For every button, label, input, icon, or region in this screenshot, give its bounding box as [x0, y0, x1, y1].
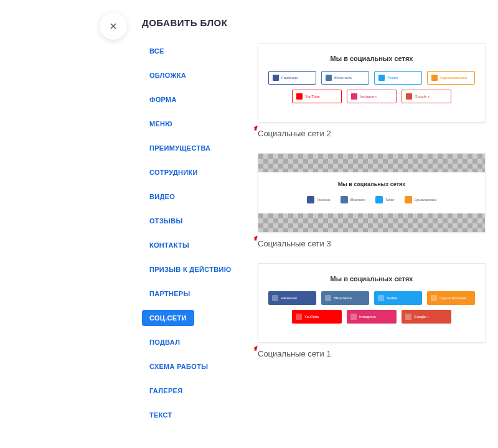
sidebar-item-form[interactable]: ФОРМА — [142, 91, 254, 108]
youtube-icon — [296, 93, 303, 100]
ok-icon — [431, 295, 437, 301]
sidebar-item-partners[interactable]: ПАРТНЕРЫ — [142, 286, 254, 302]
block-preview: Мы в социальных сетях Facebook ВКонтакте… — [258, 263, 486, 343]
sidebar-item-contacts[interactable]: КОНТАКТЫ — [142, 237, 254, 253]
sidebar-item-footer[interactable]: ПОДВАЛ — [142, 334, 254, 350]
sidebar-item-cover[interactable]: ОБЛОЖКА — [142, 67, 254, 83]
vk-icon — [341, 196, 348, 203]
close-button[interactable] — [100, 12, 127, 40]
sidebar-item-text[interactable]: ТЕКСТ — [142, 407, 254, 423]
social-button-vk: ВКонтакте — [321, 71, 369, 85]
twitter-icon — [375, 196, 383, 203]
instagram-icon — [351, 93, 357, 100]
sidebar-item-social[interactable]: СОЦ.СЕТИ — [142, 310, 194, 326]
preview-heading: Мы в социальных сетях — [268, 55, 475, 62]
sidebar-item-cta[interactable]: ПРИЗЫВ К ДЕЙСТВИЮ — [142, 261, 254, 278]
facebook-icon — [272, 295, 278, 301]
arrow-icon — [254, 342, 260, 363]
social-button-twitter: Twitter — [374, 71, 422, 85]
social-button-ok: Одноклассники — [405, 196, 437, 203]
block-template-label: Социальные сети 1 — [258, 349, 486, 358]
twitter-icon — [378, 75, 385, 81]
sidebar-item-menu[interactable]: МЕНЮ — [142, 116, 254, 132]
googleplus-icon — [406, 93, 412, 100]
block-template-social-3[interactable]: Мы в социальных сетях Facebook ВКонтакте… — [258, 153, 486, 248]
sidebar-item-team[interactable]: СОТРУДНИКИ — [142, 164, 254, 180]
sidebar-item-gallery[interactable]: ГАЛЕРЕЯ — [142, 383, 254, 399]
instagram-icon — [350, 314, 357, 320]
arrow-icon — [254, 122, 260, 143]
social-button-facebook: Facebook — [268, 71, 316, 85]
social-button-youtube: YouTube — [292, 310, 342, 324]
googleplus-icon — [405, 314, 411, 320]
social-button-youtube: YouTube — [292, 90, 342, 103]
social-button-ok: Одноклассники — [427, 71, 475, 85]
block-template-social-2[interactable]: Мы в социальных сетях Facebook ВКонтакте… — [258, 43, 486, 138]
vk-icon — [326, 75, 332, 81]
sidebar-item-reviews[interactable]: ОТЗЫВЫ — [142, 213, 254, 229]
social-button-instagram: Instagram — [347, 310, 397, 324]
youtube-icon — [296, 314, 302, 320]
social-button-twitter: Twitter — [375, 196, 395, 203]
facebook-icon — [307, 196, 314, 203]
social-button-googleplus: Google + — [402, 310, 451, 324]
block-preview: Мы в социальных сетях Facebook ВКонтакте… — [258, 43, 486, 123]
block-templates-list: Мы в социальных сетях Facebook ВКонтакте… — [254, 43, 486, 448]
sidebar-item-workflow[interactable]: СХЕМА РАБОТЫ — [142, 358, 254, 375]
social-button-ok: Одноклассники — [427, 291, 475, 305]
social-button-vk: ВКонтакте — [321, 291, 369, 305]
sidebar-item-all[interactable]: ВСЕ — [142, 43, 254, 59]
social-button-facebook: Facebook — [307, 196, 331, 203]
sidebar-item-video[interactable]: ВИДЕО — [142, 189, 254, 205]
social-button-twitter: Twitter — [374, 291, 422, 305]
block-template-label: Социальные сети 2 — [258, 129, 486, 138]
category-sidebar: ВСЕ ОБЛОЖКА ФОРМА МЕНЮ ПРЕИМУЩЕСТВА СОТР… — [142, 43, 254, 448]
sidebar-item-features[interactable]: ПРЕИМУЩЕСТВА — [142, 140, 254, 156]
vk-icon — [325, 295, 331, 301]
facebook-icon — [273, 75, 279, 81]
ok-icon — [405, 196, 412, 203]
close-icon — [108, 21, 118, 31]
preview-heading: Мы в социальных сетях — [268, 181, 475, 187]
arrow-icon — [254, 232, 260, 253]
social-button-instagram: Instagram — [347, 90, 397, 103]
social-button-vk: ВКонтакте — [341, 196, 365, 203]
panel-title: ДОБАВИТЬ БЛОК — [142, 17, 486, 28]
twitter-icon — [378, 295, 384, 301]
ok-icon — [431, 75, 438, 81]
block-template-label: Социальные сети 3 — [258, 239, 486, 248]
social-button-facebook: Facebook — [268, 291, 316, 305]
block-template-social-1[interactable]: Мы в социальных сетях Facebook ВКонтакте… — [258, 263, 486, 358]
add-block-panel: ДОБАВИТЬ БЛОК ВСЕ ОБЛОЖКА ФОРМА МЕНЮ ПРЕ… — [125, 0, 498, 448]
preview-heading: Мы в социальных сетях — [268, 275, 475, 282]
block-preview: Мы в социальных сетях Facebook ВКонтакте… — [258, 153, 486, 233]
social-button-googleplus: Google + — [402, 90, 451, 103]
